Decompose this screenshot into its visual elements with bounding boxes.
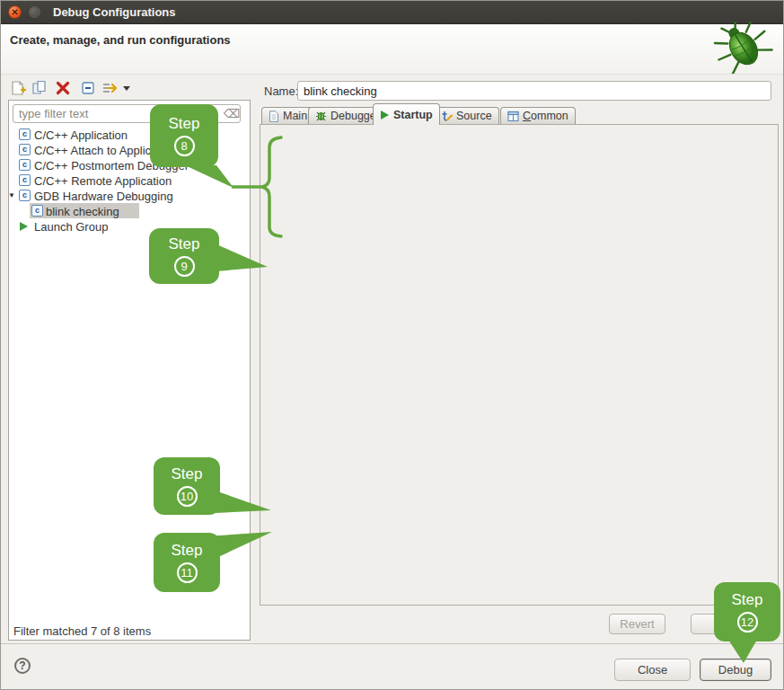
c-app-icon: c <box>19 144 31 155</box>
startup-play-icon <box>380 110 390 120</box>
window-title: Debug Configurations <box>53 5 176 19</box>
step-9-callout: Step 9 <box>149 228 219 284</box>
delete-configuration-icon[interactable] <box>55 80 71 96</box>
tab-source[interactable]: Source <box>434 107 499 124</box>
c-app-icon: c <box>19 174 31 186</box>
clear-filter-icon[interactable]: ⌫ <box>224 107 240 120</box>
c-app-icon: c <box>31 205 43 217</box>
common-table-icon <box>507 111 519 122</box>
toolbar-menu-chevron-icon[interactable] <box>121 80 132 96</box>
c-app-icon: c <box>19 190 31 201</box>
tab-common[interactable]: Common <box>500 107 576 124</box>
debugger-icon <box>315 111 327 122</box>
filter-match-status: Filter matched 7 of 8 items <box>13 624 151 638</box>
tab-startup[interactable]: Startup <box>373 103 440 125</box>
debug-configurations-dialog: ✕ Debug Configurations Create, manage, a… <box>0 0 784 690</box>
launch-group-icon <box>20 222 28 231</box>
source-icon <box>441 111 453 122</box>
tab-content-area <box>260 124 779 606</box>
page-icon <box>269 111 279 122</box>
name-label: Name: <box>264 84 298 98</box>
step-10-callout: Step 10 <box>154 457 220 515</box>
revert-button[interactable]: Revert <box>609 614 665 634</box>
help-button[interactable]: ? <box>14 658 31 674</box>
step-11-callout: Step 11 <box>154 533 220 592</box>
tree-expander-icon[interactable]: ▼ <box>8 191 15 199</box>
minimize-window-icon[interactable] <box>29 6 40 18</box>
bug-icon <box>708 22 780 74</box>
c-app-icon: c <box>19 159 31 171</box>
debug-button[interactable]: Debug <box>700 659 771 681</box>
step-8-callout: Step 8 <box>150 104 218 167</box>
titlebar: ✕ Debug Configurations <box>1 1 784 24</box>
bottom-separator <box>1 643 784 644</box>
filter-configurations-icon[interactable] <box>101 80 118 96</box>
duplicate-configuration-icon[interactable] <box>31 80 48 96</box>
c-app-icon: c <box>19 128 31 140</box>
close-button[interactable]: Close <box>614 659 691 681</box>
step-12-callout: Step 12 <box>714 582 780 641</box>
name-input[interactable] <box>297 81 771 101</box>
close-window-icon[interactable]: ✕ <box>8 5 22 19</box>
dialog-header: Create, manage, and run configurations <box>1 24 784 75</box>
new-configuration-icon[interactable] <box>10 80 26 96</box>
collapse-all-icon[interactable] <box>80 80 96 96</box>
tab-main[interactable]: Main <box>261 107 314 124</box>
dialog-subtitle: Create, manage, and run configurations <box>10 33 231 47</box>
